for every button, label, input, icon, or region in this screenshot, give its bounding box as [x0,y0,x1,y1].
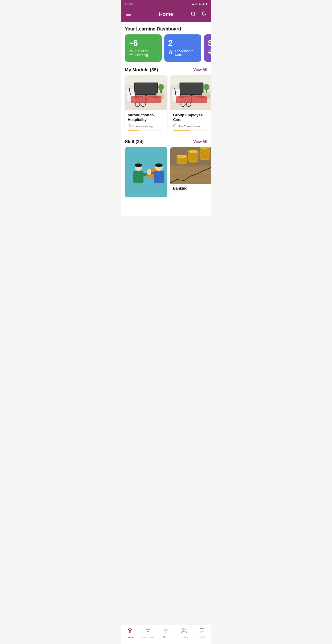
bell-icon [201,11,206,16]
svg-rect-49 [135,164,142,167]
svg-point-58 [147,169,151,175]
module-section-header: My Module (35) View All [121,62,211,75]
search-icon [191,11,196,16]
module-card-body-employee-care: Group EmployeeCare Due 2 years ago [170,110,211,134]
skill-section-header: Skill (24) View All [121,134,211,147]
module-card-due-employee-care: Due 2 years ago [173,124,210,128]
stat-label-hours: Hours ofLearning [135,49,148,57]
app-header: Home [121,8,211,22]
svg-point-23 [158,84,164,90]
laptop-svg-1 [125,76,167,110]
svg-rect-25 [146,96,162,103]
laptop-scene-2 [170,76,211,110]
module-card-title-hospitality: Introduction toHospitality [128,113,165,122]
svg-rect-31 [180,83,203,94]
stats-row: ~6 Hours ofLearning 2 LeaderboardRa [121,34,211,62]
svg-point-18 [156,93,165,95]
svg-rect-11 [135,83,158,94]
due-icon-hospitality [128,124,131,128]
stat-bottom-rank: LeaderboardRank [168,49,198,57]
assertive-svg [127,154,165,191]
module-card-title-employee-care: Group EmployeeCare [173,113,210,122]
skill-view-all-button[interactable]: View All [193,140,207,144]
svg-rect-24 [131,96,147,103]
module-card-body-hospitality: Introduction toHospitality Due 2 years a… [125,110,167,134]
status-time: 10:00 [125,2,134,6]
skill-card-assertive[interactable]: Assertive [125,147,167,198]
svg-rect-50 [133,171,144,183]
skill-image-banking [170,147,211,184]
skill-image-assertive [125,147,167,198]
svg-point-90 [176,155,187,158]
network-icon [208,49,211,55]
svg-point-83 [188,150,198,153]
status-bar: 10:00 ▲ LTE ▲ ▮ [121,0,211,8]
stat-card-hours[interactable]: ~6 Hours ofLearning [125,34,162,62]
svg-rect-44 [176,96,192,103]
laptop-svg-2 [170,76,211,110]
svg-rect-56 [154,171,164,183]
menu-button[interactable] [125,12,132,17]
stat-number-rank: 2 [168,39,198,47]
stat-bottom-skills [208,49,211,55]
signal-icon: ▲ [202,2,205,6]
svg-marker-3 [208,50,211,54]
search-button[interactable] [190,10,197,18]
skill-section-title: Skill (24) [125,139,144,144]
status-icons: ▲ LTE ▲ ▮ [192,2,207,6]
module-section-title: My Module (35) [125,67,158,72]
svg-line-1 [194,15,195,16]
stat-number-skills: S [208,39,211,47]
module-card-due-hospitality: Due 2 years ago [128,124,165,128]
module-image-hospitality [125,76,167,110]
module-progress-bar-hospitality [128,130,165,132]
banking-svg [170,147,211,184]
notification-button[interactable] [200,10,207,18]
battery-icon: ▮ [206,2,207,6]
lte-label: LTE [195,2,201,6]
module-progress-fill-hospitality [128,130,139,132]
header-left [125,12,139,17]
skill-card-title-banking: Banking [170,184,211,193]
stat-card-skills[interactable]: S [204,34,211,62]
trophy-icon [168,50,173,56]
module-progress-fill-employee-care [173,130,190,132]
header-right [193,10,207,18]
skill-cards-row: Assertive [121,147,211,198]
due-icon-employee-care [173,124,176,128]
stat-card-rank[interactable]: 2 LeaderboardRank [165,34,201,62]
svg-rect-45 [191,96,207,103]
module-card-employee-care[interactable]: Group EmployeeCare Due 2 years ago [170,75,211,134]
wifi-icon: ▲ [192,2,195,6]
svg-point-43 [204,84,209,90]
clock-icon [128,50,134,56]
main-content: Your Learning Dashboard ~6 Hours ofLearn… [121,22,211,216]
skill-card-banking[interactable]: Banking [170,147,211,198]
svg-point-38 [202,93,210,95]
stat-bottom-hours: Hours ofLearning [128,49,158,57]
module-cards-row: Introduction toHospitality Due 2 years a… [121,75,211,134]
header-title: Home [139,11,193,17]
laptop-scene-1 [125,76,167,110]
stat-label-rank: LeaderboardRank [175,49,193,57]
module-view-all-button[interactable]: View All [193,68,207,72]
svg-rect-55 [155,164,163,167]
stat-number-hours: ~6 [128,39,158,47]
hamburger-icon [126,13,131,16]
module-card-hospitality[interactable]: Introduction toHospitality Due 2 years a… [125,75,167,134]
module-progress-bar-employee-care [173,130,210,132]
dashboard-title: Your Learning Dashboard [121,22,211,34]
module-image-employee-care [170,76,211,110]
